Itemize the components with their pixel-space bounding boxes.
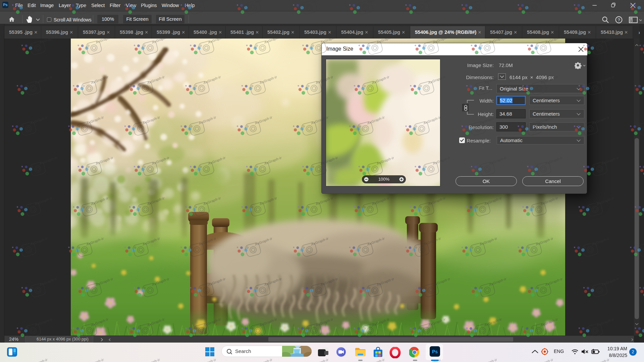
svg-text:?: ?	[618, 17, 620, 22]
svg-text:Ps: Ps	[432, 349, 438, 354]
